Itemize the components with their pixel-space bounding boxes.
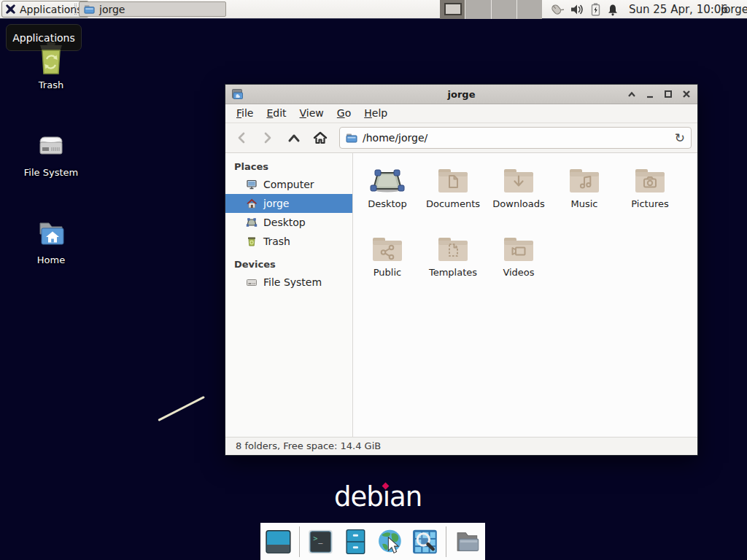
- file-label: Downloads: [486, 198, 551, 209]
- desktop-small-icon: [246, 217, 258, 228]
- drive-icon: [34, 128, 69, 163]
- file-cabinet-icon[interactable]: [341, 527, 370, 556]
- menu-edit[interactable]: Edit: [260, 104, 293, 122]
- sidebar-item-label: jorge: [263, 198, 289, 209]
- workspace-window-thumb: [444, 3, 462, 15]
- workspace-4[interactable]: [516, 0, 542, 19]
- sidebar-item-label: Computer: [263, 179, 314, 190]
- computer-icon: [246, 179, 258, 190]
- file-label: Templates: [420, 267, 486, 278]
- notifications-bell-icon[interactable]: [607, 4, 619, 16]
- sidebar-item-trash[interactable]: Trash: [225, 232, 352, 251]
- panel-username[interactable]: jorge: [721, 0, 747, 19]
- forward-button[interactable]: [258, 128, 278, 148]
- sidebar-item-computer[interactable]: Computer: [225, 175, 352, 194]
- app-finder-icon[interactable]: [411, 527, 439, 556]
- sidebar-devices-header: Devices: [225, 257, 352, 273]
- menu-help[interactable]: Help: [357, 104, 394, 122]
- pictures-folder-icon: [632, 166, 667, 195]
- file-label: Public: [355, 267, 420, 278]
- menu-file[interactable]: File: [230, 104, 260, 122]
- taskbar-window-label: jorge: [99, 4, 125, 15]
- reload-icon[interactable]: ↻: [675, 132, 685, 144]
- mouse-icon[interactable]: [548, 2, 564, 17]
- menu-view[interactable]: View: [293, 104, 330, 122]
- menu-go[interactable]: Go: [330, 104, 357, 122]
- shade-button[interactable]: [626, 89, 637, 100]
- show-desktop-icon[interactable]: [264, 527, 293, 556]
- panel-clock[interactable]: Sun 25 Apr, 10:06: [629, 0, 728, 19]
- workspace-2[interactable]: [465, 0, 490, 19]
- statusbar-text: 8 folders, Free space: 14.4 GiB: [236, 440, 381, 451]
- desktop-icon-file-system[interactable]: File System: [18, 128, 84, 178]
- applications-menu-icon: [5, 4, 16, 15]
- file-item-templates[interactable]: Templates: [420, 235, 486, 303]
- web-browser-icon[interactable]: [376, 527, 405, 556]
- svg-text:>: >: [313, 534, 317, 542]
- debian-logo-text: deb: [334, 481, 383, 513]
- workspace-3[interactable]: [491, 0, 516, 19]
- templates-folder-icon: [436, 235, 471, 264]
- sidebar-item-jorge[interactable]: jorge: [225, 194, 352, 213]
- file-label: Music: [551, 198, 617, 209]
- applications-menu-label: Applications: [20, 4, 82, 15]
- desktop-icon-label: Trash: [18, 79, 84, 90]
- sidebar-item-label: Trash: [263, 236, 290, 247]
- location-bar[interactable]: /home/jorge/ ↻: [339, 127, 692, 149]
- music-folder-icon: [567, 166, 602, 195]
- desktop-icon-trash[interactable]: Trash: [18, 41, 84, 90]
- drive-small-icon: [246, 276, 258, 288]
- downloads-folder-icon: [501, 166, 536, 195]
- trash-icon: [34, 41, 69, 76]
- titlebar[interactable]: jorge: [225, 85, 697, 104]
- sidebar-places-header: Places: [225, 159, 352, 175]
- path-text[interactable]: /home/jorge/: [363, 132, 670, 144]
- path-folder-icon: [346, 132, 357, 144]
- desktop-trapezoid-icon: [370, 166, 405, 195]
- up-button[interactable]: [284, 128, 304, 148]
- folder-icon: [84, 4, 95, 15]
- file-item-music[interactable]: Music: [551, 166, 617, 235]
- dock-separator: [299, 526, 300, 557]
- file-item-pictures[interactable]: Pictures: [617, 166, 683, 235]
- bottom-dock: > _: [260, 523, 485, 560]
- workspace-1-active[interactable]: [440, 0, 465, 19]
- svg-text:_: _: [318, 535, 323, 544]
- desktop-icon-label: File System: [18, 167, 84, 178]
- file-item-videos[interactable]: Videos: [486, 235, 551, 303]
- debian-logo: debıan: [334, 481, 422, 513]
- file-item-public[interactable]: Public: [355, 235, 420, 303]
- terminal-icon[interactable]: > _: [306, 527, 335, 556]
- workspace-switcher: [440, 0, 542, 19]
- sidebar: Places Computer jorge: [225, 153, 353, 437]
- sidebar-item-desktop[interactable]: Desktop: [225, 213, 352, 232]
- file-item-documents[interactable]: Documents: [420, 166, 486, 235]
- system-tray: [548, 0, 619, 19]
- maximize-button[interactable]: [662, 89, 673, 100]
- volume-icon[interactable]: [570, 4, 584, 15]
- close-button[interactable]: [681, 89, 692, 100]
- desktop-icon-home[interactable]: Home: [18, 216, 84, 265]
- top-panel: Applications jorge: [0, 0, 747, 19]
- home-icon: [246, 198, 258, 209]
- home-button[interactable]: [310, 128, 330, 148]
- public-folder-icon: [370, 235, 405, 264]
- dock-separator: [446, 526, 446, 557]
- file-label: Desktop: [355, 198, 420, 209]
- file-item-downloads[interactable]: Downloads: [486, 166, 551, 235]
- panel-grip[interactable]: [74, 4, 77, 15]
- home-folder-icon: [34, 216, 69, 251]
- battery-icon[interactable]: [591, 3, 600, 16]
- taskbar-window-button[interactable]: jorge: [79, 1, 226, 17]
- file-item-desktop[interactable]: Desktop: [355, 166, 420, 235]
- file-view[interactable]: Desktop Documents Downloads: [353, 153, 697, 437]
- wallpaper-swirl-line: [158, 396, 205, 421]
- sidebar-item-label: File System: [263, 276, 322, 288]
- file-label: Videos: [486, 267, 551, 278]
- sidebar-item-label: Desktop: [263, 217, 306, 228]
- directory-menu-icon[interactable]: [453, 527, 481, 556]
- file-manager-window: jorge File Edit View Go Help: [225, 84, 698, 456]
- back-button[interactable]: [231, 128, 252, 148]
- sidebar-item-file-system[interactable]: File System: [225, 273, 352, 292]
- minimize-button[interactable]: [644, 89, 655, 100]
